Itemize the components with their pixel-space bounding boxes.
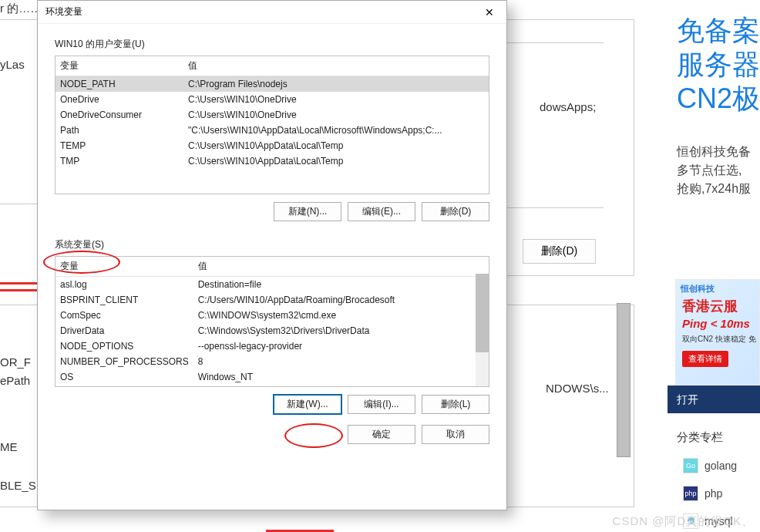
user-edit-button[interactable]: 编辑(E)... xyxy=(348,202,415,221)
scrollbar-thumb[interactable] xyxy=(476,274,489,352)
sys-edit-button[interactable]: 编辑(I)... xyxy=(348,395,415,414)
bg-scrollbar[interactable] xyxy=(617,303,631,457)
sidebar-ad[interactable]: 恒创科技 香港云服 Ping < 10ms 双向CN2 快速稳定 免 查看详情 xyxy=(675,279,760,386)
table-row[interactable]: NODE_OPTIONS--openssl-legacy-provider xyxy=(55,338,489,354)
user-vars-table[interactable]: 变量 值 NODE_PATHC:\Program Files\nodejsOne… xyxy=(55,56,489,194)
sys-new-button[interactable]: 新建(W)... xyxy=(274,395,341,414)
category-item-golang[interactable]: Gogolang xyxy=(683,458,760,473)
bg-text-fragment: BLE_S xyxy=(0,479,36,492)
dialog-titlebar[interactable]: 环境变量 ✕ xyxy=(38,1,506,24)
table-row[interactable]: ComSpecC:\WINDOWS\system32\cmd.exe xyxy=(55,308,489,323)
cancel-button[interactable]: 取消 xyxy=(422,425,489,444)
table-row[interactable]: OneDriveC:\Users\WIN10\OneDrive xyxy=(55,92,489,107)
promo-text: 恒创科技免备 多节点任选, 抢购,7x24h服 xyxy=(677,143,760,198)
ok-button[interactable]: 确定 xyxy=(348,425,415,444)
bg-delete-button[interactable]: 删除(D) xyxy=(523,239,596,264)
bg-text-fragment: OR_F ePath xyxy=(0,353,31,390)
col-header-val[interactable]: 值 xyxy=(183,56,489,76)
category-title: 分类专栏 xyxy=(677,430,760,445)
close-icon[interactable]: ✕ xyxy=(472,1,506,24)
scrollbar[interactable] xyxy=(476,274,489,386)
open-button[interactable]: 打开 xyxy=(668,386,760,413)
watermark: CSDN @阿D真的很OK、 xyxy=(613,514,754,529)
ad-logo: 恒创科技 xyxy=(681,283,715,295)
table-row[interactable]: asl.logDestination=file xyxy=(55,277,489,293)
table-row[interactable]: BSPRINT_CLIENTC:/Users/WIN10/AppData/Roa… xyxy=(55,292,489,308)
col-header-val[interactable]: 值 xyxy=(193,257,489,277)
user-vars-label: WIN10 的用户变量(U) xyxy=(55,38,489,51)
table-row[interactable]: TEMPC:\Users\WIN10\AppData\Local\Temp xyxy=(55,138,489,153)
bg-text-fragment: NDOWS\s... xyxy=(546,382,609,395)
bg-text-fragment: dowsApps; xyxy=(540,100,596,113)
table-row[interactable]: Path"C:\Users\WIN10\AppData\Local\Micros… xyxy=(55,123,489,138)
col-header-var[interactable]: 变量 xyxy=(55,257,193,277)
ad-ping: Ping < 10ms xyxy=(682,317,750,330)
table-row[interactable]: NUMBER_OF_PROCESSORS8 xyxy=(55,354,489,369)
col-header-var[interactable]: 变量 xyxy=(55,56,183,76)
system-vars-label: 系统变量(S) xyxy=(55,238,489,251)
bg-text-fragment: ME xyxy=(0,440,18,453)
table-row[interactable]: OneDriveConsumerC:\Users\WIN10\OneDrive xyxy=(55,107,489,123)
table-row[interactable]: TMPC:\Users\WIN10\AppData\Local\Temp xyxy=(55,153,489,169)
system-vars-table[interactable]: 变量 值 asl.logDestination=fileBSPRINT_CLIE… xyxy=(55,256,489,387)
table-row[interactable]: OSWindows_NT xyxy=(55,369,489,385)
category-item-php[interactable]: phpphp xyxy=(683,486,760,501)
user-new-button[interactable]: 新建(N)... xyxy=(274,202,341,221)
dialog-title: 环境变量 xyxy=(45,5,82,19)
ad-headline: 香港云服 xyxy=(682,297,738,315)
right-sidebar: 免备案 服务器 CN2极 恒创科技免备 多节点任选, 抢购,7x24h服 恒创科… xyxy=(668,0,760,532)
ad-sub: 双向CN2 快速稳定 免 xyxy=(682,334,756,345)
table-row[interactable]: NODE_PATHC:\Program Files\nodejs xyxy=(55,76,489,93)
table-row[interactable]: DriverDataC:\Windows\System32\Drivers\Dr… xyxy=(55,323,489,338)
env-vars-dialog: 环境变量 ✕ WIN10 的用户变量(U) 变量 值 NODE_PATHC:\P… xyxy=(37,0,507,510)
sys-delete-button[interactable]: 删除(L) xyxy=(422,395,489,414)
bg-text-fragment: yLas xyxy=(0,58,25,71)
ad-cta-button[interactable]: 查看详情 xyxy=(682,351,728,367)
user-delete-button[interactable]: 删除(D) xyxy=(422,202,489,221)
bg-red-separator xyxy=(0,282,37,291)
promo-title: 免备案 服务器 CN2极 xyxy=(668,14,760,116)
